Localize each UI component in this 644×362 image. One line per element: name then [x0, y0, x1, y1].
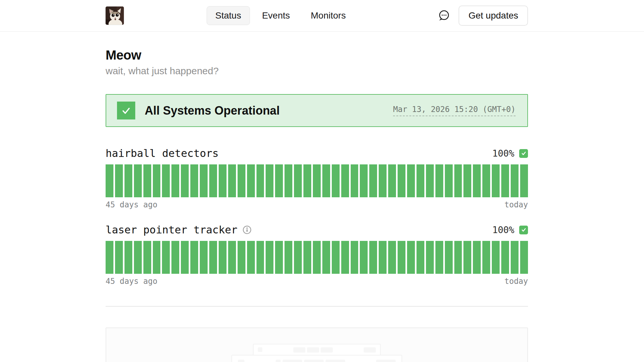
- uptime-bar[interactable]: [473, 241, 481, 274]
- tab-monitors[interactable]: Monitors: [302, 6, 355, 25]
- uptime-bar[interactable]: [322, 241, 330, 274]
- uptime-bar[interactable]: [219, 241, 227, 274]
- uptime-bar[interactable]: [162, 164, 170, 197]
- uptime-bar[interactable]: [171, 164, 179, 197]
- uptime-bar[interactable]: [162, 241, 170, 274]
- uptime-bar[interactable]: [115, 241, 123, 274]
- uptime-bar[interactable]: [407, 241, 415, 274]
- uptime-bar[interactable]: [511, 241, 519, 274]
- uptime-bar[interactable]: [256, 164, 264, 197]
- uptime-bar[interactable]: [501, 241, 509, 274]
- uptime-bar[interactable]: [492, 241, 500, 274]
- uptime-bar[interactable]: [200, 241, 208, 274]
- uptime-bar[interactable]: [492, 164, 500, 197]
- operational-check-icon: [117, 102, 135, 119]
- uptime-bar[interactable]: [388, 164, 396, 197]
- uptime-bar[interactable]: [266, 241, 273, 274]
- uptime-bar[interactable]: [369, 164, 377, 197]
- uptime-bar[interactable]: [435, 164, 443, 197]
- tab-events[interactable]: Events: [253, 6, 299, 25]
- uptime-bar[interactable]: [143, 241, 151, 274]
- uptime-indicator: 100%: [492, 148, 528, 159]
- uptime-bar[interactable]: [209, 241, 217, 274]
- uptime-bar[interactable]: [426, 164, 434, 197]
- uptime-bar[interactable]: [482, 164, 490, 197]
- uptime-bar[interactable]: [285, 241, 292, 274]
- uptime-bar[interactable]: [520, 241, 528, 274]
- uptime-bar[interactable]: [238, 241, 245, 274]
- uptime-bar[interactable]: [190, 164, 198, 197]
- uptime-bar[interactable]: [181, 241, 189, 274]
- uptime-bar[interactable]: [143, 164, 151, 197]
- uptime-bar[interactable]: [134, 241, 142, 274]
- uptime-bar[interactable]: [313, 241, 321, 274]
- uptime-bar[interactable]: [303, 241, 311, 274]
- uptime-bar[interactable]: [341, 241, 349, 274]
- uptime-bar[interactable]: [275, 164, 283, 197]
- uptime-bar[interactable]: [209, 164, 217, 197]
- uptime-bar[interactable]: [520, 164, 528, 197]
- uptime-bar[interactable]: [181, 164, 189, 197]
- uptime-bar[interactable]: [351, 241, 359, 274]
- uptime-bar[interactable]: [463, 164, 471, 197]
- uptime-bar[interactable]: [238, 164, 245, 197]
- uptime-bar[interactable]: [322, 164, 330, 197]
- uptime-bar[interactable]: [153, 241, 161, 274]
- uptime-bar[interactable]: [426, 241, 434, 274]
- uptime-bar[interactable]: [228, 164, 236, 197]
- uptime-bar[interactable]: [247, 241, 255, 274]
- uptime-bar[interactable]: [219, 164, 227, 197]
- uptime-bar[interactable]: [106, 241, 113, 274]
- uptime-bar[interactable]: [275, 241, 283, 274]
- uptime-bar[interactable]: [360, 241, 368, 274]
- uptime-bar[interactable]: [417, 241, 424, 274]
- uptime-bar[interactable]: [501, 164, 509, 197]
- uptime-bar[interactable]: [266, 164, 273, 197]
- site-logo[interactable]: [106, 7, 124, 25]
- uptime-bar[interactable]: [379, 164, 387, 197]
- uptime-bar[interactable]: [454, 164, 462, 197]
- status-timestamp[interactable]: Mar 13, 2026 15:20 (GMT+0): [393, 105, 516, 116]
- uptime-bar[interactable]: [190, 241, 198, 274]
- uptime-bar[interactable]: [313, 164, 321, 197]
- uptime-bar[interactable]: [303, 164, 311, 197]
- uptime-bar[interactable]: [360, 164, 368, 197]
- uptime-bar[interactable]: [463, 241, 471, 274]
- uptime-bar[interactable]: [398, 164, 405, 197]
- uptime-bar[interactable]: [417, 164, 424, 197]
- uptime-bar[interactable]: [332, 241, 340, 274]
- uptime-bar[interactable]: [294, 164, 302, 197]
- uptime-bar[interactable]: [388, 241, 396, 274]
- uptime-bar[interactable]: [445, 164, 453, 197]
- uptime-bar[interactable]: [171, 241, 179, 274]
- uptime-bar[interactable]: [511, 164, 519, 197]
- feedback-chat-button[interactable]: [437, 9, 451, 22]
- uptime-bar[interactable]: [435, 241, 443, 274]
- uptime-bar[interactable]: [200, 164, 208, 197]
- uptime-bar[interactable]: [454, 241, 462, 274]
- uptime-bar[interactable]: [398, 241, 405, 274]
- uptime-bar[interactable]: [407, 164, 415, 197]
- uptime-bar[interactable]: [332, 164, 340, 197]
- uptime-bar[interactable]: [228, 241, 236, 274]
- uptime-bar[interactable]: [473, 164, 481, 197]
- uptime-bar[interactable]: [106, 164, 113, 197]
- uptime-bar[interactable]: [379, 241, 387, 274]
- uptime-bar[interactable]: [124, 164, 132, 197]
- get-updates-button[interactable]: Get updates: [459, 6, 528, 26]
- uptime-bar[interactable]: [153, 164, 161, 197]
- uptime-bar[interactable]: [134, 164, 142, 197]
- uptime-bar[interactable]: [294, 241, 302, 274]
- uptime-bar[interactable]: [256, 241, 264, 274]
- uptime-bar[interactable]: [369, 241, 377, 274]
- tab-status[interactable]: Status: [207, 6, 250, 25]
- info-icon[interactable]: [242, 225, 252, 234]
- uptime-bar[interactable]: [351, 164, 359, 197]
- uptime-bar[interactable]: [285, 164, 292, 197]
- uptime-bar[interactable]: [341, 164, 349, 197]
- uptime-bar[interactable]: [445, 241, 453, 274]
- uptime-bar[interactable]: [247, 164, 255, 197]
- uptime-bar[interactable]: [482, 241, 490, 274]
- uptime-bar[interactable]: [115, 164, 123, 197]
- uptime-bar[interactable]: [124, 241, 132, 274]
